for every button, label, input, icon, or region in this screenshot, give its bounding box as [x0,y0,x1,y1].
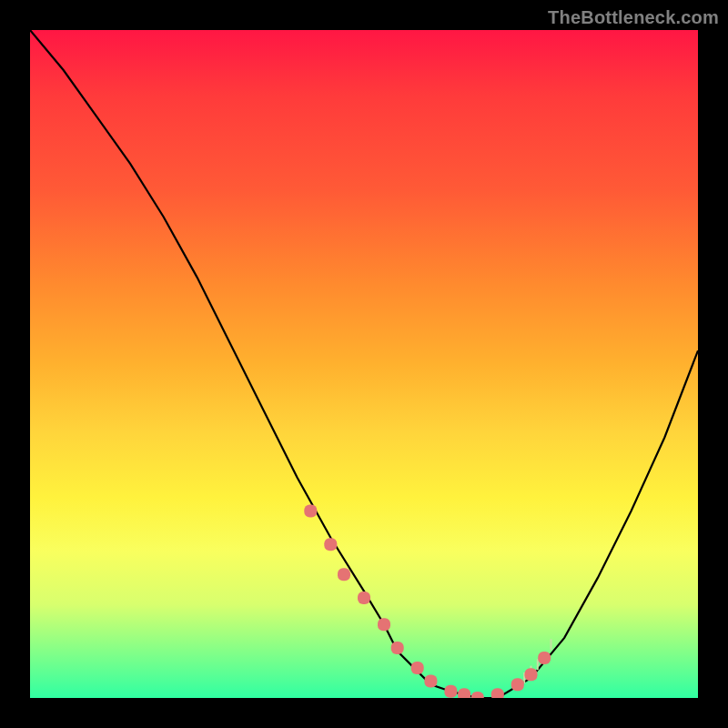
data-dot [338,568,350,581]
data-dot [525,668,538,681]
chart-container: TheBottleneck.com [0,0,728,728]
data-dot [411,662,424,674]
chart-svg [30,30,698,698]
data-dot [378,618,390,631]
data-dots [304,505,551,699]
data-dot [458,688,470,698]
data-dot [424,675,437,688]
data-dot [471,692,484,698]
watermark-text: TheBottleneck.com [548,7,719,28]
data-dot [444,685,457,698]
data-dot [491,688,504,698]
data-dot [391,642,404,654]
data-dot [358,592,370,604]
data-dot [511,678,524,691]
data-dot [304,505,317,518]
data-dot [538,652,551,664]
data-dot [324,538,337,551]
plot-area [30,30,698,698]
